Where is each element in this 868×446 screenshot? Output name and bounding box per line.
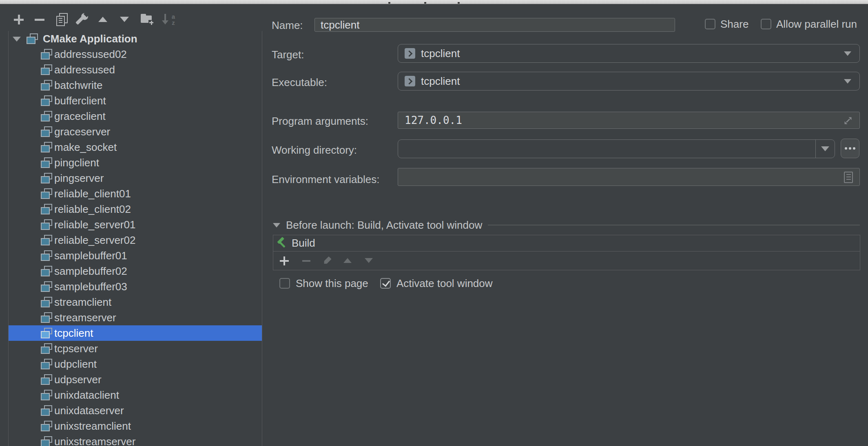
- wrench-icon: [76, 13, 89, 26]
- tree-item[interactable]: samplebuffer01: [9, 248, 262, 263]
- program-arguments-input[interactable]: 127.0.0.1: [398, 112, 860, 129]
- tree-item-label: reliable_server01: [54, 217, 135, 232]
- tree-item[interactable]: pingclient: [9, 155, 262, 170]
- chevron-down-icon[interactable]: [844, 51, 851, 56]
- remove-configuration-button[interactable]: [35, 19, 44, 21]
- share-checkbox[interactable]: [705, 19, 715, 29]
- tree-item-label: streamserver: [54, 310, 116, 325]
- run-debug-configurations-dialog: a z CMake Application addressused02addre…: [0, 0, 868, 446]
- tree-item-label: streamclient: [54, 294, 111, 310]
- cmake-application-icon: [41, 328, 53, 338]
- executable-dropdown[interactable]: tcpclient: [398, 72, 860, 91]
- tree-item[interactable]: reliable_client02: [9, 201, 262, 217]
- window-titlebar: [0, 0, 868, 4]
- show-this-page-checkbox[interactable]: [279, 278, 290, 289]
- tree-item[interactable]: reliable_server02: [9, 232, 262, 248]
- remove-task-button[interactable]: [302, 260, 310, 262]
- tree-item-label: bufferclient: [54, 93, 106, 108]
- combo-arrow-section[interactable]: [815, 140, 835, 158]
- cmake-application-icon: [41, 204, 53, 214]
- show-this-page-label[interactable]: Show this page: [296, 278, 368, 289]
- edit-defaults-button[interactable]: [76, 13, 89, 26]
- tree-item-label: graceserver: [54, 124, 110, 139]
- cmake-application-icon: [41, 142, 53, 152]
- expand-field-icon[interactable]: [842, 115, 854, 126]
- move-task-up-button[interactable]: [343, 258, 352, 263]
- move-down-icon: [120, 17, 129, 22]
- tree-item[interactable]: udpclient: [9, 356, 262, 372]
- tree-item[interactable]: samplebuffer03: [9, 279, 262, 294]
- before-launch-toolbar: [273, 252, 860, 270]
- activate-tool-window-label[interactable]: Activate tool window: [396, 278, 493, 289]
- copy-icon: [56, 13, 68, 26]
- tree-item[interactable]: batchwrite: [9, 77, 262, 93]
- tree-group-cmake-application[interactable]: CMake Application: [9, 31, 262, 46]
- tree-item[interactable]: reliable_client01: [9, 186, 262, 201]
- move-task-down-button[interactable]: [365, 258, 373, 263]
- tree-item-label: batchwrite: [54, 77, 103, 93]
- browse-directory-button[interactable]: [841, 139, 859, 158]
- tree-item[interactable]: pingserver: [9, 170, 262, 186]
- tree-item[interactable]: reliable_server01: [9, 217, 262, 232]
- cmake-application-icon: [41, 297, 53, 307]
- working-directory-combobox[interactable]: [398, 139, 835, 158]
- task-label: Build: [292, 235, 315, 251]
- tree-item[interactable]: unixstreamserver: [9, 434, 262, 446]
- tree-item[interactable]: bufferclient: [9, 93, 262, 108]
- chevron-down-icon[interactable]: [13, 37, 21, 42]
- before-launch-task-list: Build: [273, 235, 860, 270]
- add-task-button[interactable]: [280, 256, 289, 265]
- tree-item[interactable]: streamclient: [9, 294, 262, 310]
- chevron-down-icon[interactable]: [273, 223, 280, 227]
- tree-item[interactable]: tcpserver: [9, 341, 262, 356]
- cmake-application-icon: [41, 405, 53, 416]
- cmake-application-icon: [41, 173, 53, 183]
- tree-item[interactable]: make_socket: [9, 139, 262, 155]
- environment-variables-label: Environment variables:: [272, 173, 379, 186]
- title-text-fragment: [458, 2, 460, 4]
- cmake-application-icon: [41, 281, 53, 292]
- tree-item[interactable]: samplebuffer02: [9, 263, 262, 279]
- cmake-application-icon: [41, 64, 53, 75]
- tree-item[interactable]: udpserver: [9, 372, 262, 387]
- tree-item[interactable]: addressused: [9, 62, 262, 77]
- sort-configurations-button[interactable]: a z: [161, 13, 176, 26]
- tree-item[interactable]: streamserver: [9, 310, 262, 325]
- cmake-application-icon: [41, 250, 53, 261]
- tree-item[interactable]: addressused02: [9, 46, 262, 62]
- move-up-button[interactable]: [98, 17, 107, 22]
- edit-task-button[interactable]: [322, 256, 332, 266]
- share-label[interactable]: Share: [720, 19, 748, 30]
- cmake-application-icon: [41, 374, 53, 385]
- name-input[interactable]: tcpclient: [314, 18, 675, 32]
- cmake-application-icon: [41, 111, 53, 121]
- tree-item-label: samplebuffer02: [54, 263, 127, 279]
- paste-list-icon[interactable]: [844, 172, 853, 183]
- move-up-icon: [98, 17, 107, 22]
- run-target-icon: [405, 76, 415, 86]
- tree-item[interactable]: graceclient: [9, 108, 262, 124]
- tree-item[interactable]: unixdataserver: [9, 403, 262, 418]
- chevron-down-icon[interactable]: [844, 79, 851, 84]
- allow-parallel-run-checkbox[interactable]: [761, 19, 771, 29]
- tree-item[interactable]: tcpclient: [9, 325, 262, 341]
- name-label: Name:: [272, 19, 303, 32]
- before-launch-section-header[interactable]: Before launch: Build, Activate tool wind…: [273, 219, 860, 231]
- tree-item[interactable]: unixdataclient: [9, 387, 262, 403]
- tree-item[interactable]: unixstreamclient: [9, 418, 262, 434]
- move-down-button[interactable]: [120, 17, 129, 22]
- tree-item[interactable]: graceserver: [9, 124, 262, 139]
- cmake-application-icon: [41, 359, 53, 369]
- allow-parallel-run-label[interactable]: Allow parallel run: [776, 19, 857, 30]
- tree-item-label: unixdataserver: [54, 403, 124, 418]
- copy-configuration-button[interactable]: [56, 13, 68, 26]
- environment-variables-input[interactable]: [398, 168, 860, 186]
- executable-label: Executable:: [272, 76, 327, 89]
- target-value: tcpclient: [421, 44, 460, 62]
- activate-tool-window-checkbox[interactable]: [380, 278, 391, 289]
- target-dropdown[interactable]: tcpclient: [398, 44, 860, 63]
- pencil-icon: [323, 256, 332, 265]
- tree-item-label: make_socket: [54, 139, 117, 155]
- create-folder-button[interactable]: [140, 13, 153, 24]
- before-launch-task-build[interactable]: Build: [273, 235, 860, 252]
